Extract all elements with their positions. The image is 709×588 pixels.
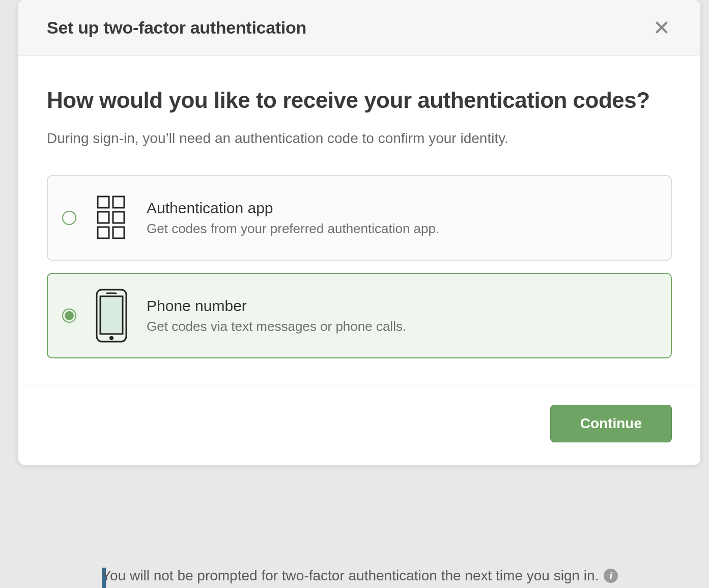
background-notice-text: You will not be prompted for two-factor … — [102, 568, 599, 584]
modal-footer: Continue — [18, 384, 700, 465]
phone-icon — [94, 290, 129, 341]
option-auth-app-text: Authentication app Get codes from your p… — [147, 200, 657, 237]
background-notice: You will not be prompted for two-factor … — [102, 568, 709, 584]
svg-rect-3 — [113, 197, 124, 208]
grid-icon — [94, 192, 129, 243]
svg-rect-6 — [98, 227, 109, 238]
info-icon: i — [604, 569, 618, 583]
modal-header: Set up two-factor authentication — [18, 0, 700, 55]
modal-title: Set up two-factor authentication — [47, 18, 306, 38]
svg-rect-5 — [113, 212, 124, 223]
svg-rect-2 — [98, 197, 109, 208]
modal-body: How would you like to receive your authe… — [18, 55, 700, 384]
option-auth-app[interactable]: Authentication app Get codes from your p… — [47, 175, 672, 261]
option-phone-text: Phone number Get codes via text messages… — [147, 297, 657, 334]
close-icon — [654, 19, 670, 36]
option-phone-desc: Get codes via text messages or phone cal… — [147, 319, 657, 334]
continue-button[interactable]: Continue — [550, 405, 672, 442]
svg-rect-9 — [100, 296, 123, 334]
close-button[interactable] — [651, 17, 672, 38]
option-list: Authentication app Get codes from your p… — [47, 175, 672, 358]
radio-auth-app[interactable] — [62, 211, 76, 225]
modal-subtext: During sign-in, you’ll need an authentic… — [47, 130, 672, 147]
svg-rect-4 — [98, 212, 109, 223]
two-factor-modal: Set up two-factor authentication How wou… — [18, 0, 700, 465]
modal-heading: How would you like to receive your authe… — [47, 86, 672, 114]
option-auth-app-title: Authentication app — [147, 200, 657, 217]
option-phone[interactable]: Phone number Get codes via text messages… — [47, 273, 672, 358]
radio-phone[interactable] — [62, 309, 76, 323]
option-auth-app-desc: Get codes from your preferred authentica… — [147, 221, 657, 237]
svg-rect-7 — [113, 227, 124, 238]
option-phone-title: Phone number — [147, 297, 657, 315]
svg-point-11 — [109, 336, 114, 340]
